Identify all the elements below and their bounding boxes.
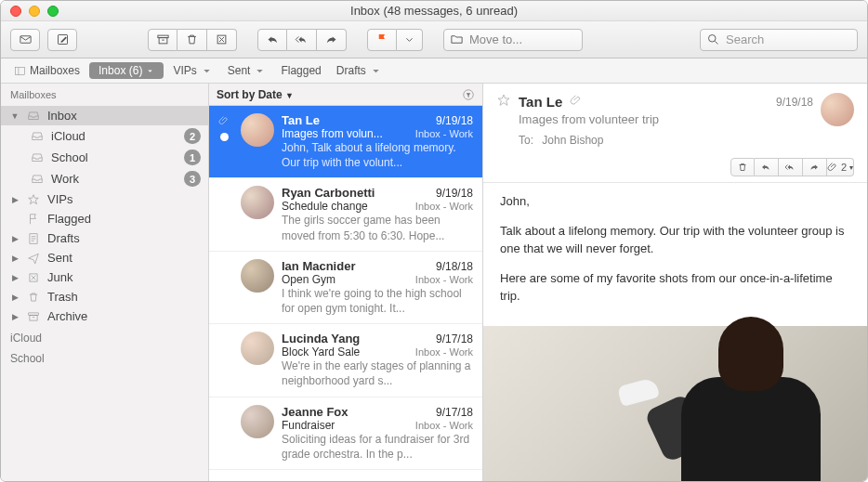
attachment-icon xyxy=(570,94,583,110)
reader-from: Tan Le xyxy=(519,94,562,110)
disclosure-triangle-icon[interactable]: ▶ xyxy=(10,273,20,282)
mailboxes-toggle[interactable]: Mailboxes xyxy=(8,62,85,79)
message-from: Jeanne Fox xyxy=(282,405,349,419)
disclosure-triangle-icon[interactable]: ▶ xyxy=(10,293,20,302)
reader-paragraph: Here are some of my favorite shots from … xyxy=(500,269,850,306)
sidebar-header: Mailboxes xyxy=(1,84,208,106)
fav-vips-label: VIPs xyxy=(173,64,196,77)
moveto-button[interactable]: Move to... xyxy=(443,29,583,51)
search-field[interactable]: Search xyxy=(700,29,858,51)
sidebar-item-sent[interactable]: ▶ Sent xyxy=(1,248,208,267)
junk-button[interactable] xyxy=(207,29,237,51)
sidebar-item-flagged[interactable]: Flagged xyxy=(1,209,208,228)
sort-bar[interactable]: Sort by Date ▼ xyxy=(209,84,482,106)
fav-flagged[interactable]: Flagged xyxy=(275,62,326,79)
toolbar: Move to... Search xyxy=(1,21,867,59)
svg-rect-0 xyxy=(20,36,30,44)
reader-delete-button[interactable] xyxy=(730,158,755,176)
message-row[interactable]: Lucinda Yang9/17/18 Block Yard SaleInbox… xyxy=(209,324,482,397)
message-row[interactable]: Jeanne Fox9/17/18 FundraiserInbox - Work… xyxy=(209,397,482,470)
sidebar-item-trash[interactable]: ▶ Trash xyxy=(1,287,208,306)
flagged-icon xyxy=(25,213,42,226)
reader-reply-button[interactable] xyxy=(755,158,779,176)
reader-reply-all-button[interactable] xyxy=(779,158,803,176)
message-from: Ryan Carbonetti xyxy=(282,186,375,200)
message-date: 9/17/18 xyxy=(436,332,473,345)
sidebar-item-vips[interactable]: ▶ VIPs xyxy=(1,189,208,209)
reply-button[interactable] xyxy=(257,29,287,51)
message-row[interactable]: Tan Le9/19/18 Images from volun...Inbox … xyxy=(209,106,482,178)
inbox-icon xyxy=(29,173,46,186)
reply-all-button[interactable] xyxy=(287,29,317,51)
fav-inbox[interactable]: Inbox (6) xyxy=(89,62,164,79)
sidebar-account-work[interactable]: Work 3 xyxy=(1,168,208,189)
window-title: Inbox (48 messages, 6 unread) xyxy=(1,4,867,18)
forward-button[interactable] xyxy=(317,29,347,51)
message-mailbox: Inbox - Work xyxy=(415,128,473,139)
sender-avatar xyxy=(241,186,274,219)
folder-icon xyxy=(450,33,464,46)
reader-paragraph: Talk about a lifelong memory. Our trip w… xyxy=(500,222,850,258)
fav-inbox-label: Inbox (6) xyxy=(99,64,142,77)
message-mailbox: Inbox - Work xyxy=(415,201,473,212)
archive-button[interactable] xyxy=(148,29,178,51)
message-subject: Fundraiser xyxy=(282,419,335,432)
message-row[interactable]: Ian Macnider9/18/18 Open GymInbox - Work… xyxy=(209,252,482,324)
fav-sent[interactable]: Sent xyxy=(222,62,272,79)
flag-button[interactable] xyxy=(367,29,397,51)
inbox-icon xyxy=(29,151,46,164)
sidebar-item-archive[interactable]: ▶ Archive xyxy=(1,306,208,326)
disclosure-triangle-icon[interactable]: ▶ xyxy=(10,254,20,263)
sidebar-account-label: Work xyxy=(51,172,178,186)
get-mail-button[interactable] xyxy=(10,29,40,51)
sidebar-inbox[interactable]: ▼ Inbox xyxy=(1,106,208,125)
disclosure-triangle-icon[interactable]: ▼ xyxy=(10,111,20,121)
sidebar-item-label: Sent xyxy=(47,251,201,265)
sidebar-item-junk[interactable]: ▶ Junk xyxy=(1,267,208,287)
fav-vips[interactable]: VIPs xyxy=(167,62,217,79)
filter-icon[interactable] xyxy=(462,88,475,101)
sender-avatar xyxy=(241,405,274,438)
reader-attachments-button[interactable]: 2▾ xyxy=(827,158,854,176)
sender-avatar xyxy=(241,113,274,147)
delete-button[interactable] xyxy=(178,29,207,51)
reader-image-attachment[interactable] xyxy=(483,326,867,483)
flag-menu-button[interactable] xyxy=(397,29,423,51)
svg-rect-6 xyxy=(16,67,25,74)
sidebar: Mailboxes ▼ Inbox iCloud 2 School 1 Work… xyxy=(1,84,209,482)
sidebar-inbox-label: Inbox xyxy=(47,109,201,123)
chevron-down-icon xyxy=(201,65,213,77)
sidebar-section-icloud[interactable]: iCloud xyxy=(1,326,208,346)
sidebar-item-drafts[interactable]: ▶ Drafts xyxy=(1,228,208,248)
disclosure-triangle-icon[interactable]: ▶ xyxy=(10,312,20,321)
sidebar-section-school[interactable]: School xyxy=(1,346,208,367)
message-preview: We're in the early stages of planning a … xyxy=(282,358,473,388)
sidebar-account-school[interactable]: School 1 xyxy=(1,147,208,168)
disclosure-triangle-icon[interactable]: ▶ xyxy=(10,195,20,204)
message-subject: Images from volun... xyxy=(282,127,383,140)
disclosure-triangle-icon[interactable]: ▶ xyxy=(10,234,20,243)
sidebar-account-label: iCloud xyxy=(51,129,178,143)
message-subject: Block Yard Sale xyxy=(282,345,360,358)
unread-badge: 1 xyxy=(184,150,201,165)
svg-point-5 xyxy=(709,35,717,43)
message-preview: The girls soccer game has been moved fro… xyxy=(282,213,473,242)
message-row[interactable]: Ryan Carbonetti9/19/18 Schedule changeIn… xyxy=(209,178,482,251)
message-date: 9/17/18 xyxy=(436,406,473,419)
sender-avatar xyxy=(241,259,274,293)
message-preview: John, Talk about a lifelong memory. Our … xyxy=(282,140,473,170)
message-date: 9/19/18 xyxy=(436,187,473,200)
compose-button[interactable] xyxy=(47,29,77,51)
fav-drafts[interactable]: Drafts xyxy=(331,62,388,79)
reader-to: To: John Bishop xyxy=(519,134,854,147)
reader-forward-button[interactable] xyxy=(803,158,827,176)
message-date: 9/19/18 xyxy=(436,114,473,127)
sidebar-item-label: Drafts xyxy=(47,231,201,245)
sidebar-account-icloud[interactable]: iCloud 2 xyxy=(1,125,208,147)
attachment-count: 2 xyxy=(841,162,847,173)
message-mailbox: Inbox - Work xyxy=(415,274,473,285)
sidebar-item-label: Trash xyxy=(47,290,201,304)
sender-avatar xyxy=(241,332,274,365)
svg-rect-10 xyxy=(29,312,39,314)
vip-star-button[interactable] xyxy=(496,93,511,111)
